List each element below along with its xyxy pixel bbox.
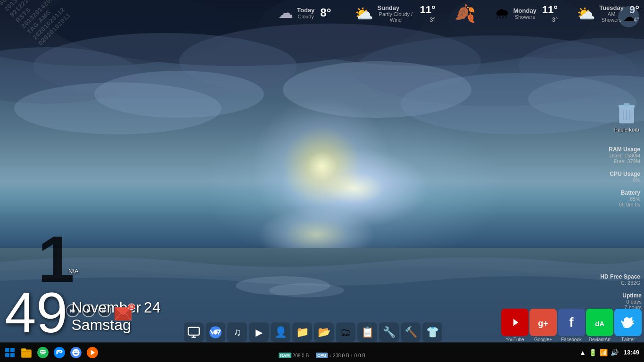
svg-point-31 — [213, 330, 217, 334]
clock-tray: 13:49 — [621, 349, 639, 356]
folder3-dock-icon[interactable]: 🗂 — [336, 322, 355, 342]
desktop: 2526272 DLG SORO 2013 2014 201 9212223 R… — [0, 0, 644, 362]
folder1-dock-icon[interactable]: 📁 — [292, 322, 312, 342]
svg-rect-42 — [10, 353, 15, 357]
google-label: Google+ — [534, 337, 552, 342]
battery-title: Battery — [609, 189, 640, 196]
svg-point-10 — [14, 82, 222, 134]
weather-monday-temp: 11° 3° — [542, 4, 558, 23]
cpu-widget: CPU Usage 0% — [609, 171, 640, 183]
taskbar: RAM 208.0 B CPU ↓ 208.0 B ↑ 0.0 B ▲ 🔋 📶 … — [0, 342, 644, 362]
show-hidden-icon[interactable]: ▲ — [579, 349, 586, 356]
folder2-dock-icon[interactable]: 📂 — [314, 322, 334, 342]
ram-widget: RAM Usage Used: 1530M Free: 379M — [609, 146, 640, 164]
na-label: N\A — [68, 268, 79, 275]
weather-today-label: Today — [297, 7, 314, 14]
person-dock-icon[interactable]: 👤 — [271, 322, 290, 342]
sysmon-up-arrow: ↑ — [351, 353, 353, 358]
sysmon-ram: RAM 208.0 B — [279, 353, 309, 358]
weather-today-condition: Cloudy — [297, 14, 314, 19]
chrome-taskbar-svg — [70, 346, 82, 359]
weather-today-temp: 8° — [320, 6, 331, 19]
youtube-wrapper[interactable]: YouTube — [501, 309, 528, 342]
chrome-dock-icon[interactable] — [206, 322, 225, 342]
youtube-icon[interactable] — [501, 309, 528, 336]
twitter-wrapper[interactable]: Twitter — [614, 309, 642, 342]
youtube-svg — [506, 314, 523, 331]
facebook-icon[interactable]: f — [558, 309, 585, 336]
play-dock-icon[interactable]: ▶ — [249, 322, 269, 342]
social-dock: YouTube g+ Google+ f Facebook dA Deviant — [501, 309, 644, 342]
google-svg: g+ — [535, 314, 552, 331]
trash-label: Papierkorb — [614, 127, 639, 132]
weather-sunday-condition: Partly Cloudy / Wind — [377, 11, 414, 23]
deviantart-label: DeviantArt — [589, 337, 611, 342]
trash-icon[interactable]: Papierkorb — [614, 101, 639, 132]
start-button[interactable] — [2, 345, 17, 360]
weather-sunday-text: Sunday Partly Cloudy / Wind — [377, 4, 414, 23]
battery-percent: 85% — [609, 196, 640, 202]
windows-icon — [5, 347, 15, 358]
google-icon[interactable]: g+ — [529, 309, 557, 336]
battery-widget: Battery 85% 0h 0m 0s — [609, 189, 640, 207]
svg-rect-44 — [21, 348, 26, 350]
hammer-dock-icon[interactable]: 🔨 — [401, 322, 421, 342]
deviantart-svg: dA — [591, 314, 608, 331]
svg-rect-43 — [21, 349, 32, 357]
weather-sunday-label: Sunday — [377, 4, 414, 11]
weather-monday-icon: 🌧 — [495, 5, 510, 22]
monitor-svg — [187, 326, 200, 339]
gmail-container: 6 — [115, 307, 132, 321]
network-tray-icon[interactable]: 📶 — [600, 349, 608, 356]
svg-rect-27 — [188, 328, 199, 335]
sysmon-net-down: 208.0 B — [333, 353, 349, 358]
svg-rect-39 — [5, 348, 9, 352]
media-taskbar-icon[interactable] — [85, 345, 100, 360]
ram-used: Used: 1530M — [609, 153, 640, 158]
folder4-dock-icon[interactable]: 📋 — [357, 322, 377, 342]
monitor-dock-icon[interactable] — [184, 322, 204, 342]
chrome-svg — [209, 326, 222, 339]
messenger-taskbar-icon[interactable] — [52, 345, 67, 360]
facebook-wrapper[interactable]: f Facebook — [558, 309, 585, 342]
shirt-dock-icon[interactable]: 👕 — [422, 322, 442, 342]
chrome-taskbar-icon[interactable] — [68, 345, 83, 360]
hd-widget: HD Free Space C: 232G — [600, 273, 640, 286]
ram-title: RAM Usage — [609, 146, 640, 153]
spotify-svg — [37, 346, 49, 359]
deviantart-wrapper[interactable]: dA DeviantArt — [586, 309, 613, 342]
weather-monday-text: Monday Showers — [513, 7, 537, 20]
svg-rect-22 — [624, 103, 629, 106]
gmail-badge: 6 — [128, 304, 135, 310]
music-dock-icon[interactable]: ♫ — [227, 322, 247, 342]
spotify-taskbar-icon[interactable] — [35, 345, 50, 360]
tools-dock-icon[interactable]: 🔧 — [379, 322, 399, 342]
battery-tray-icon[interactable]: 🔋 — [589, 349, 597, 356]
sysmon-cpu: CPU ↓ 208.0 B ↑ 0.0 B — [316, 353, 365, 358]
weather-sunday: ⛅ Sunday Partly Cloudy / Wind 11° 3° — [355, 4, 435, 23]
explorer-taskbar-icon[interactable] — [19, 345, 34, 360]
hd-value: C: 232G — [600, 280, 640, 286]
weather-today: ☁ Today Cloudy 8° — [278, 4, 331, 22]
weather-sunday-temp: 11° 3° — [420, 4, 435, 23]
google-wrapper[interactable]: g+ Google+ — [529, 309, 557, 342]
sysmon-text: RAM 208.0 B CPU ↓ 208.0 B ↑ 0.0 B — [279, 353, 365, 358]
weather-today-text: Today Cloudy — [297, 7, 314, 19]
youtube-label: YouTube — [505, 337, 524, 342]
gmail-icon[interactable]: 6 — [115, 307, 132, 321]
weather-monday-condition: Showers — [513, 14, 537, 20]
battery-time: 0h 0m 0s — [609, 202, 640, 207]
uptime-title: Uptime — [619, 292, 642, 299]
system-tray: ▲ 🔋 📶 🔊 13:49 — [579, 349, 642, 356]
explorer-svg — [20, 346, 33, 359]
cpu-value: 0% — [609, 177, 640, 183]
clock-minute: 49 — [5, 284, 67, 341]
svg-rect-41 — [5, 353, 9, 357]
svg-text:g+: g+ — [538, 319, 548, 328]
volume-tray-icon[interactable]: 🔊 — [611, 349, 619, 356]
deviantart-icon[interactable]: dA — [586, 309, 613, 336]
twitter-icon[interactable] — [614, 309, 642, 336]
sysmon-down-arrow: ↓ — [329, 353, 331, 358]
weather-today-icon: ☁ — [278, 4, 293, 22]
twitter-label: Twitter — [621, 337, 635, 342]
